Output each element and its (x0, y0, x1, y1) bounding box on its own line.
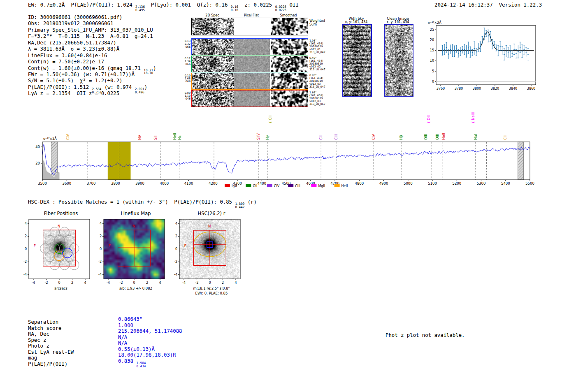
svg-text:20: 20 (430, 38, 434, 42)
svg-text:4900: 4900 (379, 181, 388, 186)
match-row-value: N/A (118, 334, 127, 340)
spec2d-image (192, 90, 234, 107)
svg-text:4000: 4000 (160, 181, 169, 186)
compass-east-label: E (34, 244, 36, 248)
legend-item: OII (246, 184, 257, 188)
spectrum-units-label: e⁻¹⁷×2Å (43, 136, 57, 141)
svg-text:4200: 4200 (209, 181, 218, 186)
pixelflat-image (234, 18, 270, 35)
text-segment: ID: 3000696061 (3000696061.pdf) (28, 14, 123, 20)
hsc-cutout-title: HSC(26.2) r (174, 211, 249, 216)
svg-text:10: 10 (430, 59, 434, 63)
spec2d-image (192, 39, 234, 55)
info-line: F=*3.2"* T=0.115 N=1.23 A=0.81 g=24.1 (28, 33, 156, 39)
fit-plot-units-label: e⁻¹⁷×2Å (428, 20, 441, 25)
match-row-label: Photo z (28, 343, 118, 349)
detection-info-block: ID: 3000696061 (3000696061.pdf)Obs: 2018… (28, 14, 156, 97)
smoothed-image (270, 18, 308, 35)
spec2d-row (191, 38, 308, 55)
svg-text:3700: 3700 (87, 181, 96, 186)
spec2d-row-right-label: 1.06"(161, 434)20180319v012_01313_LU_047 (309, 39, 336, 54)
svg-text:0: 0 (432, 80, 434, 84)
spec2d-image (192, 18, 234, 35)
match-row-label: Match score (28, 325, 118, 331)
hsc-cutout-plot: NE-4-4-2-2002244 (174, 217, 249, 287)
text-segment: LineFlux = 3.60(±0.84)e-16 (28, 53, 107, 58)
svg-text:4100: 4100 (184, 181, 193, 186)
text-segment: EW: 0.7±0.2Å P(LAE)/P(OII): 1.024 (28, 2, 135, 8)
text-segment: 0.86643" (118, 316, 142, 322)
svg-text:15: 15 (430, 49, 434, 52)
text-segment: λ = 3811.63Å σ = 3.23(±0.88)Å (28, 46, 119, 52)
match-row-value: N/A (118, 340, 127, 346)
svg-text:-4: -4 (23, 273, 27, 276)
spec2d-row (191, 56, 308, 72)
smoothed-image (270, 90, 308, 107)
svg-text:4400: 4400 (257, 181, 266, 186)
text-segment: EWr = 1.50(±0.36) (w: 0.71(±0.17))Å (28, 72, 135, 77)
match-row-value: 0.86643" (118, 316, 142, 322)
text-segment: Cont(n) = 7.50(±0.22)e-17 (28, 59, 104, 65)
pixelflat-image (234, 39, 270, 55)
fit-plot-box (436, 26, 536, 85)
hsc-caption-2: EWr: 0. PLAE: 0.85 (174, 291, 249, 295)
svg-text:HeII: HeII (341, 184, 348, 188)
svg-text:-4: -4 (107, 281, 110, 285)
masked-band (518, 142, 523, 180)
text-segment: 18.00(17.98,18.03)R (118, 352, 176, 358)
emission-line-marker: OIII (424, 134, 428, 140)
emission-line-marker: CII (319, 135, 323, 140)
svg-text:3820: 3820 (491, 87, 499, 90)
match-row-value: 0.838 1.9840.434 (118, 358, 146, 368)
svg-text:3900: 3900 (135, 181, 144, 186)
svg-text:-2: -2 (45, 281, 48, 285)
svg-text:-2: -2 (98, 260, 102, 264)
spec2d-panel: WeightedSum0.132.320661.06"(161, 434)201… (191, 0, 307, 111)
sky-panel-coords: x, y: 161, 434 (380, 20, 416, 24)
compass-east-label: E (109, 244, 111, 248)
emission-line-marker: NV (138, 135, 142, 140)
info-line: RA,Dec (215.206650,51.173847) (28, 40, 156, 46)
text-segment: Cont(w) = 1.60(±0.00)e-16 (gmag 18.71 (28, 65, 144, 71)
svg-text:-4: -4 (98, 273, 102, 276)
svg-text:5400: 5400 (501, 181, 510, 186)
match-row-value: 215.206644, 51.174088 (118, 328, 182, 334)
lineflux-map-plot: NE-4-4-2-2002244 (99, 217, 173, 287)
svg-text:5300: 5300 (477, 181, 486, 186)
svg-text:3760: 3760 (437, 87, 445, 90)
compass-north-label: N (132, 224, 135, 228)
info-line: Cont(n) = 7.50(±0.22)e-17 (28, 59, 156, 65)
emission-line-marker: { OII (427, 115, 431, 123)
svg-text:MgII: MgII (318, 184, 325, 188)
text-segment: 215.206644, 51.174088 (118, 328, 182, 334)
emission-line-marker: CIV (372, 134, 376, 140)
spec2d-row-right-label: 0.95"(161, 434)20180319v012_03313_LU_047 (309, 74, 336, 88)
info-line: Primary Spec_Slot_IFU_AMP: 313_037_010_L… (28, 27, 156, 33)
svg-text:2: 2 (222, 281, 224, 285)
pixelflat-image (234, 90, 270, 107)
lineflux-map-title: Lineflux Map (99, 211, 173, 216)
sky-panel-image (342, 24, 372, 97)
svg-text:0: 0 (133, 281, 135, 285)
fiber-positions-title: Fiber Positions (24, 211, 98, 216)
svg-text:0: 0 (100, 247, 102, 251)
info-line: ID: 3000696061 (3000696061.pdf) (28, 14, 156, 21)
match-row-label: RA, Dec (28, 331, 118, 337)
svg-text:2: 2 (25, 234, 27, 238)
text-segment: (w: 0.974 (101, 84, 135, 90)
spec2d-row-right-label: 1.66"(162, 609)20180319v012_03313_LU_067 (309, 91, 336, 106)
match-row-value: 1.000 (118, 322, 133, 328)
svg-text:4: 4 (25, 222, 27, 225)
emission-line-marker: HeII (173, 133, 177, 140)
emission-line-marker: SiIV (256, 133, 260, 140)
sky-panel-coords: x, y: 161, 434 (338, 20, 374, 24)
svg-text:3800: 3800 (111, 181, 120, 186)
match-row-label: mag (28, 355, 118, 361)
spec2d-image (192, 56, 234, 72)
stacked-value: 1.8090.442 (235, 202, 244, 209)
photz-note: Phot z plot not available. (386, 332, 465, 338)
legend-item: Lyα (225, 184, 237, 188)
text-segment: ) (144, 84, 147, 90)
svg-text:2: 2 (146, 281, 148, 285)
svg-text:0: 0 (58, 281, 60, 285)
